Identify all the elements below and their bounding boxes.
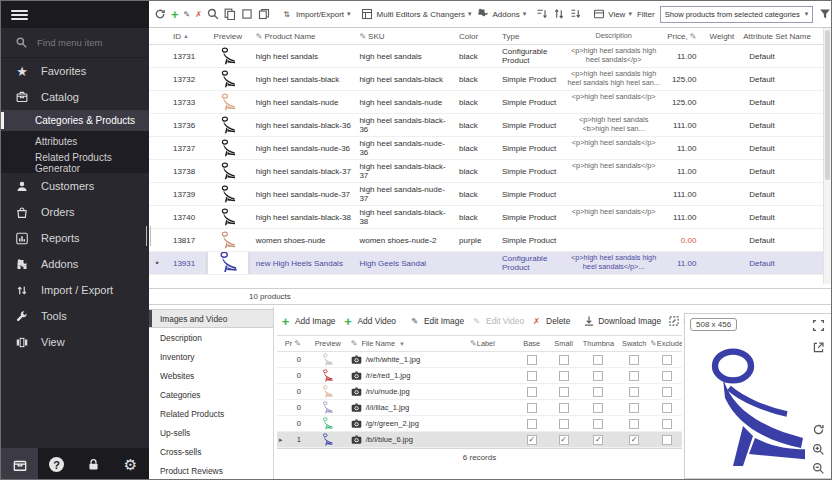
import-export-menu[interactable]: ⇅ Import/Export ▾ (280, 8, 351, 21)
column-header-weight[interactable]: Weight (699, 32, 737, 41)
checkbox[interactable] (662, 371, 672, 381)
sidebar-item-related-products-generator[interactable]: Related Products Generator (1, 152, 149, 173)
open-external-icon[interactable] (812, 340, 826, 354)
checkbox[interactable] (559, 371, 569, 381)
sidebar-item-catalog[interactable]: Catalog (1, 84, 149, 110)
product-row[interactable]: 13731high heel sandalshigh heel sandalsb… (149, 45, 823, 68)
clone-icon[interactable] (258, 8, 270, 21)
product-row[interactable]: 13736high heel sandals-black-36high heel… (149, 114, 823, 137)
collapse-rows-icon[interactable] (570, 8, 582, 21)
checkbox[interactable] (629, 403, 639, 413)
product-row[interactable]: 13740high heel sandals-black-38high heel… (149, 206, 823, 229)
delete-icon[interactable]: ✗ (195, 8, 202, 21)
panel-splitter-handle[interactable] (146, 226, 151, 246)
column-header-exclude[interactable]: ✎Exclude (651, 339, 682, 348)
search-icon[interactable] (207, 8, 219, 21)
edit-video-button[interactable]: ✎Edit Video (470, 315, 524, 328)
hamburger-menu-icon[interactable] (11, 8, 28, 22)
settings-button[interactable]: ⚙ (112, 448, 149, 480)
column-header-price[interactable]: Price,✎ (665, 32, 699, 41)
checkbox[interactable] (593, 419, 603, 429)
image-row[interactable]: 0/g/r/green_2.jpg (277, 416, 682, 432)
image-row[interactable]: 0/r/e/red_1.jpg (277, 368, 682, 384)
column-header-type[interactable]: Type (496, 32, 562, 41)
sidebar-item-reports[interactable]: Reports (1, 225, 149, 251)
checkbox[interactable] (559, 355, 569, 365)
sort-az-icon[interactable] (536, 8, 548, 21)
sidebar-item-attributes[interactable]: Attributes (1, 131, 149, 152)
vertical-scrollbar[interactable] (823, 28, 831, 284)
checkbox[interactable] (629, 355, 639, 365)
sidebar-item-addons[interactable]: Addons (1, 251, 149, 277)
column-header-base[interactable]: Base (516, 339, 548, 348)
column-header-product-name[interactable]: ✎Product Name (253, 32, 357, 41)
checkbox[interactable] (559, 387, 569, 397)
tab-up-sells[interactable]: Up-sells (149, 423, 273, 442)
sidebar-item-import-export[interactable]: Import / Export (1, 277, 149, 303)
column-header-preview[interactable]: Preview (307, 339, 349, 348)
lock-button[interactable] (75, 448, 112, 480)
product-row[interactable]: 13738high heel sandals-black-37high heel… (149, 160, 823, 183)
sidebar-item-categories-products[interactable]: Categories & Products (1, 110, 149, 131)
checkbox[interactable] (593, 371, 603, 381)
help-button[interactable]: ? (38, 448, 75, 480)
checkbox[interactable] (662, 387, 672, 397)
select-icon[interactable] (241, 8, 253, 21)
sidebar-item-orders[interactable]: Orders (1, 199, 149, 225)
column-header-preview[interactable]: Preview (203, 32, 253, 41)
rotate-icon[interactable] (812, 422, 826, 436)
store-manager-button[interactable] (1, 448, 38, 480)
column-header-position[interactable]: Pr ✎ (285, 339, 307, 348)
download-image-button[interactable]: Download Image (582, 315, 661, 328)
tab-product-reviews[interactable]: Product Reviews (149, 461, 273, 480)
product-row[interactable]: 13737high heel sandals-nude-36high heel … (149, 137, 823, 160)
checkbox[interactable] (593, 403, 603, 413)
checkbox[interactable] (527, 371, 537, 381)
image-row[interactable]: 0/n/u/nude.jpg (277, 384, 682, 400)
checkbox[interactable] (629, 371, 639, 381)
tab-inventory[interactable]: Inventory (149, 347, 273, 366)
image-row[interactable]: ▸1/b/l/blue_6.jpg✓✓✓✓ (277, 432, 682, 448)
column-header-label[interactable]: ✎Label (468, 339, 516, 348)
product-row[interactable]: •13931new High Heels SandalsHigh Geels S… (149, 252, 823, 275)
sidebar-item-view[interactable]: View (1, 329, 149, 355)
column-header-color[interactable]: Color (456, 32, 496, 41)
checkbox[interactable] (662, 435, 672, 445)
column-header-attribute-set[interactable]: Attribute Set Name (737, 32, 823, 41)
checkbox[interactable] (629, 387, 639, 397)
multi-editors-menu[interactable]: Multi Editors & Changers ▾ (361, 8, 472, 21)
product-row[interactable]: 13817women shoes-nudewomen shoes-nude-2p… (149, 229, 823, 252)
filters-menu[interactable]: Filters ▾ (818, 8, 832, 21)
tab-description[interactable]: Description (149, 328, 273, 347)
checkbox[interactable] (662, 403, 672, 413)
edit-icon[interactable]: ✎ (184, 8, 191, 21)
column-header-description[interactable]: Description (562, 25, 666, 47)
checkbox[interactable] (559, 403, 569, 413)
product-row[interactable]: 13733high heel sandals-nudehigh heel san… (149, 91, 823, 114)
checkbox[interactable] (593, 387, 603, 397)
checkbox[interactable] (527, 387, 537, 397)
tab-cross-sells[interactable]: Cross-sells (149, 442, 273, 461)
checkbox[interactable] (559, 419, 569, 429)
tab-images-and-video[interactable]: Images and Video (149, 309, 273, 328)
tab-categories[interactable]: Categories (149, 385, 273, 404)
image-row[interactable]: 0/l/i/lilac_1.jpg (277, 400, 682, 416)
checkbox[interactable]: ✓ (527, 435, 537, 445)
column-header-swatch[interactable]: Swatch (617, 339, 651, 348)
copy-icon[interactable] (224, 8, 236, 21)
scrollbar-thumb[interactable] (825, 30, 830, 180)
column-header-file-name[interactable]: ✎File Name▼ (349, 339, 468, 348)
addons-menu[interactable]: Addons ▾ (477, 8, 527, 21)
delete-image-button[interactable]: ✗Delete (530, 315, 570, 328)
sidebar-search[interactable]: Find menu item (1, 28, 149, 58)
sidebar-item-favorites[interactable]: ★ Favorites (1, 58, 149, 84)
view-menu[interactable]: View ▾ (592, 8, 632, 21)
expand-rows-icon[interactable] (553, 8, 565, 21)
checkbox[interactable]: ✓ (559, 435, 569, 445)
fullscreen-icon[interactable] (812, 318, 826, 332)
tab-related-products[interactable]: Related Products (149, 404, 273, 423)
sidebar-item-customers[interactable]: Customers (1, 173, 149, 199)
checkbox[interactable] (527, 403, 537, 413)
column-header-thumbnail[interactable]: Thumbna (580, 339, 618, 348)
zoom-in-icon[interactable] (812, 442, 826, 456)
